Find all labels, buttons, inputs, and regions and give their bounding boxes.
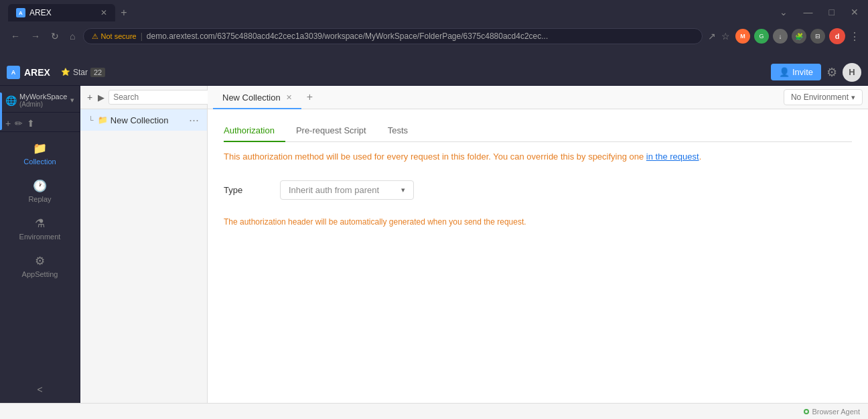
content-area: Authorization Pre-request Script Tests T… — [208, 109, 868, 403]
user-profile-avatar[interactable]: H — [843, 63, 861, 82]
settings-icon[interactable]: ⚙ — [826, 65, 837, 80]
auth-type-row: Type Inherit auth from parent ▾ — [224, 180, 852, 200]
url-bar[interactable]: ⚠ Not secure | demo.arextest.com/6375c48… — [83, 28, 703, 44]
collection-more-button[interactable]: ⋯ — [189, 114, 199, 126]
bookmark-icon[interactable]: ☆ — [721, 31, 730, 42]
sidebar-item-collection[interactable]: 📁 Collection — [0, 135, 80, 172]
appsetting-icon: ⚙ — [35, 254, 45, 268]
env-selector-label: No Environment — [791, 93, 849, 102]
globe-icon: 🌐 — [5, 95, 17, 106]
auth-type-value: Inherit auth from parent — [289, 185, 379, 195]
address-bar: ← → ↻ ⌂ ⚠ Not secure | demo.arextest.com… — [0, 24, 868, 48]
ext-icon-3[interactable]: ↓ — [773, 29, 788, 44]
workspace-chevron-icon: ▾ — [70, 96, 74, 105]
main-content: New Collection ✕ + No Environment ▾ Auth… — [208, 86, 868, 403]
auth-info-text: This authorization method will be used f… — [224, 150, 852, 164]
export-workspace-icon[interactable]: ⬆ — [27, 118, 35, 129]
user-avatar[interactable]: d — [829, 28, 845, 44]
invite-button[interactable]: 👤 Invite — [771, 64, 821, 80]
workspace-selector[interactable]: 🌐 MyWorkSpace (Admin) ▾ — [0, 88, 80, 113]
replay-icon: 🕐 — [33, 179, 47, 193]
type-chevron-icon: ▾ — [401, 186, 405, 194]
back-button[interactable]: ← — [8, 29, 23, 43]
browser-extensions: M G ↓ 🧩 ⊟ d ⋮ — [735, 28, 860, 44]
close-button[interactable]: ✕ — [847, 5, 863, 19]
workspace-role: (Admin) — [19, 101, 68, 108]
sidebar-item-replay[interactable]: 🕐 Replay — [0, 172, 80, 210]
content-tabs: Authorization Pre-request Script Tests — [224, 120, 852, 142]
auth-hint-text: The authorization header will be automat… — [224, 216, 852, 228]
puzzle-icon[interactable]: 🧩 — [792, 29, 806, 44]
browser-tab-active[interactable]: A AREX ✕ — [8, 4, 115, 21]
minimize-button[interactable]: — — [800, 5, 817, 19]
workspace-name: MyWorkSpace — [19, 93, 68, 101]
sidebar-item-environment[interactable]: ⚗ Environment — [0, 210, 80, 247]
url-text: demo.arextest.com/6375c4880acd4c2cec1a30… — [147, 32, 548, 41]
chevron-down-icon: ⌄ — [776, 5, 792, 19]
tab-tests[interactable]: Tests — [377, 120, 419, 142]
collapse-nav-button[interactable]: < — [31, 379, 48, 400]
collection-icon: 📁 — [33, 141, 47, 156]
tab-label-new-collection: New Collection — [222, 93, 281, 103]
search-input[interactable] — [108, 90, 218, 105]
ext-icon-2[interactable]: G — [754, 29, 769, 44]
agent-status-dot — [804, 409, 809, 414]
collection-item[interactable]: └ 📁 New Collection ⋯ — [80, 109, 207, 131]
panel: + ▶ └ 📁 New Collection ⋯ — [80, 86, 208, 403]
active-nav-indicator — [0, 93, 2, 130]
app-logo-icon: A — [7, 66, 20, 79]
app-header: A AREX ⭐ Star 22 👤 Invite ⚙ H — [0, 59, 868, 86]
security-indicator: ⚠ Not secure — [92, 32, 136, 41]
tab-authorization[interactable]: Authorization — [224, 120, 285, 142]
forward-button[interactable]: → — [28, 29, 43, 43]
panel-toolbar: + ▶ — [80, 86, 207, 109]
reload-button[interactable]: ↻ — [48, 29, 62, 43]
auth-info-link[interactable]: in the request — [646, 152, 699, 162]
ext-icon-1[interactable]: M — [735, 29, 750, 44]
window-controls: ⌄ — □ ✕ — [776, 5, 863, 19]
workspace-actions: + ✏ ⬆ — [0, 115, 80, 132]
share-icon[interactable]: ↗ — [708, 31, 716, 42]
status-bar: Browser Agent — [0, 403, 868, 419]
tab-title: AREX — [29, 8, 52, 17]
tab-new-collection[interactable]: New Collection ✕ — [213, 86, 301, 109]
tab-close-new-collection[interactable]: ✕ — [286, 93, 292, 102]
browser-agent-status: Browser Agent — [804, 408, 860, 416]
new-tab-button[interactable]: + — [115, 4, 133, 21]
add-workspace-icon[interactable]: + — [5, 118, 11, 129]
tab-bar: New Collection ✕ + No Environment ▾ — [208, 86, 868, 109]
edit-workspace-icon[interactable]: ✏ — [15, 118, 23, 129]
env-chevron-icon: ▾ — [851, 93, 855, 102]
address-actions: ↗ ☆ — [708, 31, 730, 42]
home-button[interactable]: ⌂ — [67, 29, 78, 43]
app-body: 🌐 MyWorkSpace (Admin) ▾ + ✏ ⬆ 📁 Collecti… — [0, 86, 868, 403]
tab-pre-request[interactable]: Pre-request Script — [285, 120, 377, 142]
add-tab-button[interactable]: + — [301, 86, 318, 109]
left-nav: 🌐 MyWorkSpace (Admin) ▾ + ✏ ⬆ 📁 Collecti… — [0, 86, 80, 403]
star-count: 22 — [90, 68, 105, 77]
browser-menu-icon[interactable]: ⋮ — [849, 30, 860, 43]
tab-favicon: A — [16, 8, 25, 17]
tab-close-btn[interactable]: ✕ — [100, 8, 107, 17]
add-collection-icon[interactable]: + — [86, 91, 94, 104]
sidebar-toggle-icon[interactable]: ⊟ — [810, 29, 825, 44]
collection-item-label: New Collection — [111, 115, 169, 125]
app-logo-area: A AREX — [7, 66, 50, 79]
collection-folder-icon: 📁 — [98, 115, 108, 125]
github-star-button[interactable]: ⭐ Star 22 — [61, 68, 105, 77]
agent-label: Browser Agent — [812, 408, 860, 416]
app-title: AREX — [24, 67, 50, 78]
auth-type-select[interactable]: Inherit auth from parent ▾ — [280, 180, 414, 200]
run-icon[interactable]: ▶ — [96, 91, 106, 104]
type-label: Type — [224, 185, 264, 195]
sidebar-item-appsetting[interactable]: ⚙ AppSetting — [0, 247, 80, 285]
env-selector[interactable]: No Environment ▾ — [784, 89, 863, 105]
collection-collapse-icon: └ — [88, 116, 94, 124]
invite-icon: 👤 — [779, 67, 790, 77]
maximize-button[interactable]: □ — [825, 5, 839, 19]
environment-icon: ⚗ — [35, 217, 45, 231]
